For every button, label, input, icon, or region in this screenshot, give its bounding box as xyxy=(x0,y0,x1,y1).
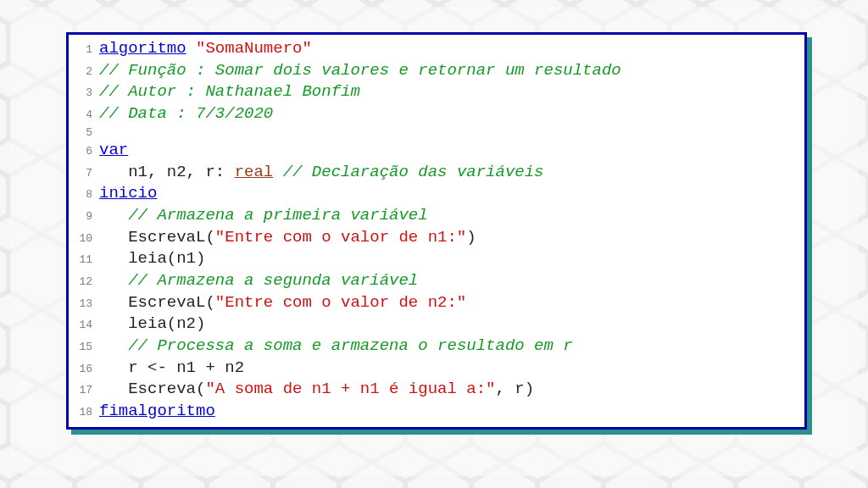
token-cmt: // Autor : Nathanael Bonfim xyxy=(99,82,360,101)
token-cmt: // Armazena a primeira variável xyxy=(128,206,427,225)
code-line: 3// Autor : Nathanael Bonfim xyxy=(72,81,796,103)
code-line: 6var xyxy=(72,140,796,162)
line-content: leia(n1) xyxy=(99,248,205,270)
code-editor: 1algoritmo "SomaNumero"2// Função : Soma… xyxy=(66,32,807,430)
line-content: n1, n2, r: real // Declaração das variáv… xyxy=(99,162,544,184)
line-content: inicio xyxy=(99,183,157,205)
code-line: 11 leia(n1) xyxy=(72,248,796,270)
token-type: real xyxy=(235,163,274,181)
token-txt: leia(n1) xyxy=(99,249,205,268)
code-line: 2// Função : Somar dois valores e retorn… xyxy=(72,60,796,82)
line-content: Escreva("A soma de n1 + n1 é igual a:", … xyxy=(99,379,534,401)
token-txt: leia(n2) xyxy=(99,314,205,333)
card: 1algoritmo "SomaNumero"2// Função : Soma… xyxy=(10,7,858,476)
token-kw: inicio xyxy=(99,184,157,202)
code-line: 1algoritmo "SomaNumero" xyxy=(72,38,796,60)
line-number: 3 xyxy=(72,86,99,101)
line-number: 15 xyxy=(72,340,99,355)
line-content: algoritmo "SomaNumero" xyxy=(99,38,312,60)
token-kw: fimalgoritmo xyxy=(99,402,215,420)
line-number: 1 xyxy=(72,42,99,58)
code-line: 8inicio xyxy=(72,183,796,205)
token-txt xyxy=(99,336,128,355)
line-number: 18 xyxy=(72,405,99,420)
token-cmt: // Declaração das variáveis xyxy=(283,163,544,181)
line-number: 7 xyxy=(72,166,99,181)
line-number: 17 xyxy=(72,383,99,398)
code-line: 4// Data : 7/3/2020 xyxy=(72,103,796,125)
line-number: 2 xyxy=(72,64,99,80)
code-line: 15 // Processa a soma e armazena o resul… xyxy=(72,336,796,358)
code-line: 9 // Armazena a primeira variável xyxy=(72,205,796,227)
code-line: 17 Escreva("A soma de n1 + n1 é igual a:… xyxy=(72,379,796,401)
line-content: // Autor : Nathanael Bonfim xyxy=(99,81,360,103)
token-txt: Escreva( xyxy=(99,380,205,398)
line-content: leia(n2) xyxy=(99,313,205,336)
code-line: 10 EscrevaL("Entre com o valor de n1:") xyxy=(72,227,796,249)
token-txt: ) xyxy=(466,228,476,247)
token-txt: n1, n2, r: xyxy=(99,163,235,181)
line-content: r <- n1 + n2 xyxy=(99,358,244,380)
token-txt xyxy=(99,271,128,290)
line-content: EscrevaL("Entre com o valor de n1:") xyxy=(99,227,476,249)
code-line: 12 // Armazena a segunda variável xyxy=(72,270,796,292)
token-txt: , r) xyxy=(495,380,534,398)
token-txt: EscrevaL( xyxy=(99,228,215,247)
line-content: fimalgoritmo xyxy=(99,401,215,423)
token-cmt: // Data : 7/3/2020 xyxy=(99,104,273,123)
line-content: // Armazena a primeira variável xyxy=(99,205,428,227)
line-number: 4 xyxy=(72,108,99,123)
token-str: "A soma de n1 + n1 é igual a:" xyxy=(205,380,495,398)
code-shadow-wrap: 1algoritmo "SomaNumero"2// Função : Soma… xyxy=(66,32,807,430)
line-number: 6 xyxy=(72,144,99,159)
line-content: // Armazena a segunda variável xyxy=(99,270,418,292)
token-txt: EscrevaL( xyxy=(99,293,215,312)
line-content: // Data : 7/3/2020 xyxy=(99,103,273,125)
token-kw: var xyxy=(99,141,128,159)
code-line: 14 leia(n2) xyxy=(72,313,796,336)
token-txt xyxy=(273,163,282,181)
line-number: 16 xyxy=(72,362,99,377)
line-content: var xyxy=(99,140,128,162)
token-txt xyxy=(99,206,128,225)
token-str: "SomaNumero" xyxy=(196,39,312,58)
code-line: 7 n1, n2, r: real // Declaração das vari… xyxy=(72,162,796,184)
token-cmt: // Função : Somar dois valores e retorna… xyxy=(99,61,621,80)
line-number: 11 xyxy=(72,252,99,268)
line-content: // Processa a soma e armazena o resultad… xyxy=(99,336,573,358)
line-number: 13 xyxy=(72,297,99,312)
token-str: "Entre com o valor de n2:" xyxy=(215,293,466,312)
line-number: 5 xyxy=(72,125,99,141)
code-line: 13 EscrevaL("Entre com o valor de n2:" xyxy=(72,292,796,314)
line-number: 9 xyxy=(72,209,99,225)
line-content: EscrevaL("Entre com o valor de n2:" xyxy=(99,292,466,314)
code-line: 16 r <- n1 + n2 xyxy=(72,358,796,380)
token-txt: r <- n1 + n2 xyxy=(99,358,244,377)
line-number: 8 xyxy=(72,187,99,202)
line-number: 14 xyxy=(72,318,99,333)
code-line: 18fimalgoritmo xyxy=(72,401,796,423)
code-line: 5 xyxy=(72,125,796,141)
token-cmt: // Armazena a segunda variável xyxy=(128,271,418,290)
line-number: 10 xyxy=(72,231,99,247)
line-number: 12 xyxy=(72,274,99,290)
token-kw: algoritmo xyxy=(99,39,186,58)
token-str: "Entre com o valor de n1:" xyxy=(215,228,466,247)
token-txt xyxy=(186,39,196,58)
line-content: // Função : Somar dois valores e retorna… xyxy=(99,60,621,82)
token-cmt: // Processa a soma e armazena o resultad… xyxy=(128,336,573,355)
